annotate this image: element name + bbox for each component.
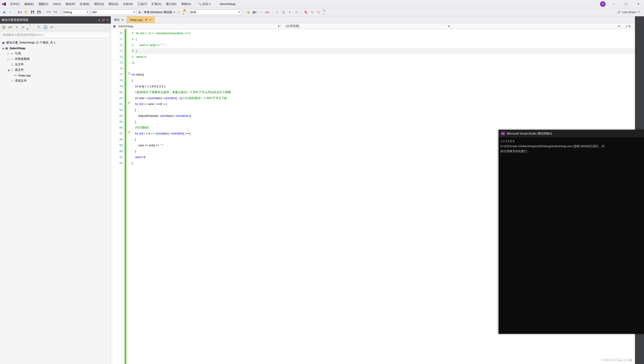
resources-node[interactable]: 🗀资源文件 (0, 78, 111, 83)
search-icon: 🔍 (198, 2, 202, 6)
tb-bm-3[interactable]: 🔖 (316, 10, 321, 15)
home-icon[interactable]: 🏠 (1, 25, 6, 30)
file-heap-cpp[interactable]: ++Heap.cpp (0, 73, 111, 78)
editor-area: 输出▾ Heap.cpp📌✕ ▣ SelectHeap▾ (全局范围)▾ ▾ ‡… (111, 16, 635, 364)
fold-gutter[interactable]: ⊟ ⊟ ⊟ (127, 29, 131, 364)
minimize-button[interactable]: ─ (610, 1, 618, 7)
menu-item[interactable]: 生成(B) (78, 0, 92, 8)
expand-icon[interactable]: ▷ (7, 52, 10, 55)
main-menu: 文件(F)编辑(E)视图(V)Git(G)项目(P)生成(B)调试(D)测试(S… (8, 0, 194, 8)
new-project-icon[interactable]: 🗎▾ (18, 10, 22, 15)
project-icon: ▣ (4, 47, 8, 50)
redo-icon[interactable]: ↷▾ (52, 10, 58, 15)
console-icon: VS (501, 131, 505, 136)
pt-6[interactable]: 🔧 (36, 25, 42, 30)
start-debug-icon[interactable]: ▶ (138, 10, 142, 15)
sources-node[interactable]: ◢🗀源文件 (0, 67, 111, 73)
project-icon: ▣ (112, 25, 116, 28)
expand-icon[interactable]: ◢ (7, 69, 10, 71)
undo-icon[interactable]: ↶▾ (46, 10, 51, 15)
menu-item[interactable]: 测试(S) (106, 0, 120, 8)
tb-bm-2[interactable]: 🔖 (310, 10, 315, 15)
tb-misc-2[interactable]: ▦▾ (252, 10, 257, 15)
tb-step-4[interactable]: ≡ (294, 10, 299, 15)
tb-step-1[interactable]: ↘ (275, 10, 280, 15)
project-node[interactable]: ◢▣SelectHeap (0, 45, 111, 51)
app-title: SelectHeap (220, 2, 236, 6)
live-share-button[interactable]: 🔗 Live Share 🛡 (615, 11, 643, 14)
editor-navbar: ▣ SelectHeap▾ (全局范围)▾ ▾ ‡ ⇆ (111, 23, 635, 29)
search-label: 搜索 ▾ (202, 2, 211, 6)
folder-icon: 🗀 (10, 68, 14, 72)
tab-output[interactable]: 输出▾ (111, 16, 127, 23)
pin-icon[interactable]: 📌 (144, 18, 148, 21)
solution-tree: ▣解决方案 'SelectHeap' (1 个项目, 共 1 ◢▣SelectH… (0, 39, 111, 364)
nav-scope-mid[interactable]: (全局范围)▾ (281, 23, 451, 29)
external-deps-node[interactable]: ▷🗀外部依赖项 (0, 56, 111, 62)
expand-icon[interactable]: ▷ (7, 58, 10, 61)
folder-icon: 🗀 (10, 79, 14, 83)
start-nodebug-icon[interactable]: ▷ (176, 10, 182, 15)
nav-scope-left[interactable]: ▣ SelectHeap▾ (111, 23, 281, 29)
hot-reload-icon[interactable]: 🔥▾ (183, 10, 188, 15)
platform-combo[interactable]: x64▾ (91, 10, 136, 15)
debugger-label[interactable]: 本地 Windows 调试器 (144, 10, 172, 14)
tb-bm-4[interactable]: 🔖▾ (322, 10, 328, 15)
tb-misc-4[interactable]: abc (265, 10, 270, 15)
menu-item[interactable]: 分析(N) (121, 0, 135, 8)
pt-8[interactable]: ⇄ (49, 25, 54, 30)
headers-node[interactable]: 🗀头文件 (0, 62, 111, 67)
pt-3[interactable]: ▾ (14, 25, 19, 30)
menu-item[interactable]: 调试(D) (92, 0, 106, 8)
pt-4[interactable]: 🗂 (20, 25, 25, 30)
maximize-button[interactable]: ▢ (622, 1, 630, 7)
menu-item[interactable]: 视图(V) (36, 0, 50, 8)
tb-step-2[interactable]: {} (281, 10, 286, 15)
quick-search[interactable]: 🔍 搜索 ▾ (196, 2, 211, 6)
nav-back-icon[interactable]: ◀ (1, 10, 6, 15)
line-gutter: 7071727374757677787980818283848586878889… (111, 29, 124, 364)
menu-item[interactable]: Git(G) (50, 0, 63, 8)
nav-fwd-icon[interactable]: ▾ (8, 10, 13, 15)
tb-step-3[interactable]: ≡ (287, 10, 292, 15)
menu-item[interactable]: 窗口(W) (164, 0, 179, 8)
auto-combo[interactable]: 自动▾ (189, 10, 241, 15)
solution-node[interactable]: ▣解决方案 'SelectHeap' (1 个项目, 共 1 (0, 40, 111, 45)
panel-title: 解决方案资源管理器 (2, 18, 28, 22)
title-bar: 文件(F)编辑(E)视图(V)Git(G)项目(P)生成(B)调试(D)测试(S… (0, 0, 644, 8)
menu-item[interactable]: 编辑(E) (22, 0, 36, 8)
menu-item[interactable]: 项目(P) (63, 0, 78, 8)
pt-7[interactable]: 🔄 (43, 25, 48, 30)
tb-bm-1[interactable]: 🔖 (304, 10, 308, 15)
open-icon[interactable]: 📂 (24, 10, 29, 15)
panel-pin-icon[interactable]: 📌 (102, 18, 105, 22)
menu-item[interactable]: 扩展(X) (149, 0, 164, 8)
admin-icon: 🛡 (638, 11, 640, 14)
folder-icon: 🗀 (10, 63, 14, 66)
menu-item[interactable]: 工具(T) (135, 0, 150, 8)
pt-5[interactable]: 📑▾ (27, 25, 32, 30)
pt-2[interactable]: ◎▾ (8, 25, 13, 30)
config-combo[interactable]: Debug▾ (62, 10, 90, 15)
console-titlebar[interactable]: VS Microsoft Visual Studio 调试控制台 (498, 130, 644, 137)
expand-icon[interactable]: ◢ (1, 47, 4, 50)
menu-item[interactable]: 文件(F) (8, 0, 22, 8)
panel-dropdown-icon[interactable]: ▾ (98, 18, 100, 22)
tb-misc-3[interactable]: ⋯ (258, 10, 264, 15)
panel-close-icon[interactable]: ✕ (106, 18, 109, 22)
menu-item[interactable]: 帮助(H) (179, 0, 194, 8)
debug-console-window[interactable]: VS Microsoft Visual Studio 调试控制台 1 3 2 5… (498, 130, 644, 334)
nav-scope-right[interactable]: ▾ (451, 23, 621, 29)
user-avatar[interactable]: 好 (600, 1, 606, 7)
tab-heap-cpp[interactable]: Heap.cpp📌✕ (127, 16, 155, 23)
cpp-file-icon: ++ (13, 74, 17, 77)
nav-split-icon[interactable]: ‡ ⇆ (621, 23, 635, 29)
tb-misc-1[interactable]: ▦ (246, 10, 251, 15)
console-output: 1 3 2 5 8 9 D:\2023code.c\SelectHeap\x64… (498, 137, 644, 334)
references-node[interactable]: ▷▫▫引用 (0, 51, 111, 56)
save-all-icon[interactable]: 💾 (36, 10, 42, 15)
close-icon[interactable]: ✕ (150, 18, 152, 21)
close-button[interactable]: ✕ (634, 1, 642, 7)
panel-search-input[interactable]: 搜索解决方案资源管理器(Ctrl+;) (1, 32, 110, 38)
save-icon[interactable]: 💾 (30, 10, 35, 15)
